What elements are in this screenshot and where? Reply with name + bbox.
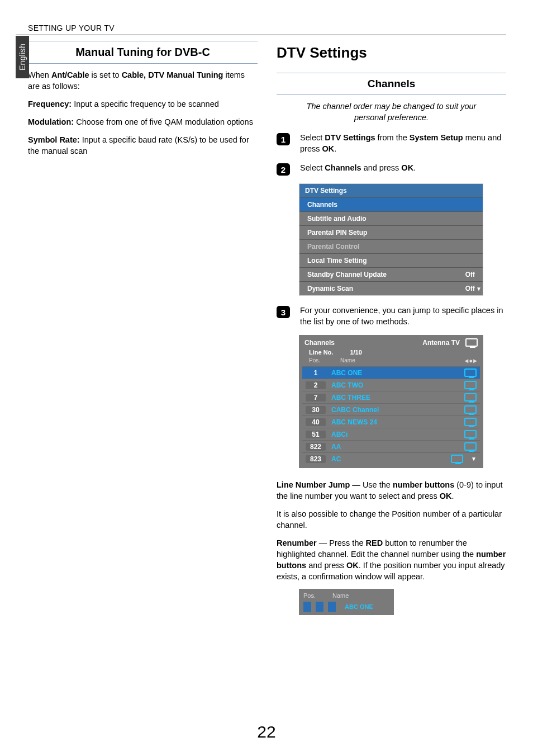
step-3: 3 For your convenience, you can jump to … [277,305,506,327]
step-badge-1: 1 [277,133,290,145]
tv-icon [464,368,477,377]
channel-row: 2ABC TWO [302,379,480,391]
line-no-label: Line No. [309,349,333,356]
menu-row: Subtitle and Audio [299,211,483,225]
nav-icon: ◄●► [464,357,478,364]
channel-row: 30CABC Channel [302,403,480,415]
tv-icon [464,442,477,451]
page-number: 22 [0,722,533,741]
channels-list-box: Channels Antenna TV Line No. 1/10 Pos. N… [299,335,483,468]
position-change-paragraph: It is also possible to change the Positi… [277,508,506,531]
tv-icon [464,418,477,426]
renumber-box: Pos. Name ABC ONE [299,589,394,615]
channel-row: 7ABC THREE [302,391,480,403]
channels-box-title: Channels [304,339,335,347]
step-badge-3: 3 [277,306,290,318]
channels-intro: The channel order may be changed to suit… [292,101,491,123]
channel-row: 823AC▼ [302,452,480,465]
menu-row: Channels [299,197,483,211]
line-no-value: 1/10 [350,349,361,356]
step-badge-2: 2 [277,163,290,176]
menu-title: DTV Settings [299,184,483,197]
digit-box [328,602,336,612]
tv-icon [465,338,478,347]
channel-row: 822AA [302,440,480,452]
menu-row: Parental Control [299,239,483,253]
digit-box [316,602,323,612]
digit-box [303,602,311,612]
menu-row: Standby Channel UpdateOff [299,267,483,281]
menu-row: Local Time Setting [299,253,483,267]
renum-col-pos: Pos. [303,592,316,599]
tv-icon [464,381,477,389]
channels-source: Antenna TV [422,339,460,347]
tv-icon [464,393,477,401]
channel-row: 1ABC ONE [302,366,480,379]
intro-paragraph: When Ant/Cable is set to Cable, DTV Manu… [28,69,258,92]
menu-row: Dynamic ScanOff▼ [299,281,483,295]
col-name: Name [340,357,355,364]
col-pos: Pos. [309,357,320,364]
step-1: 1 Select DTV Settings from the System Se… [277,132,506,154]
language-tab: English [16,36,29,78]
channel-row: 51ABCi [302,428,480,440]
channel-row: 40ABC NEWS 24 [302,415,480,428]
symbol-rate-item: Symbol Rate: Input a specific baud rate … [28,134,258,157]
left-column: Manual Tuning for DVB-C When Ant/Cable i… [28,41,258,615]
renum-channel-name: ABC ONE [345,603,373,610]
modulation-item: Modulation: Choose from one of five QAM … [28,116,258,127]
manual-tuning-heading: Manual Tuning for DVB-C [28,41,258,64]
frequency-item: Frequency: Input a specific frequency to… [28,98,258,110]
tv-icon [464,405,477,414]
step-2: 2 Select Channels and press OK. [277,162,506,176]
channels-heading: Channels [277,73,506,95]
renumber-paragraph: Renumber — Press the RED button to renum… [277,537,506,582]
renum-col-name: Name [332,592,349,599]
running-head: SETTING UP YOUR TV [16,23,506,35]
menu-row: Parental PIN Setup [299,225,483,239]
dtv-settings-menu: DTV Settings ChannelsSubtitle and AudioP… [299,183,483,296]
tv-icon [464,430,477,438]
dtv-settings-heading: DTV Settings [277,44,506,62]
line-number-jump-paragraph: Line Number Jump — Use the number button… [277,479,506,502]
right-column: DTV Settings Channels The channel order … [277,41,506,615]
tv-icon [451,455,463,463]
